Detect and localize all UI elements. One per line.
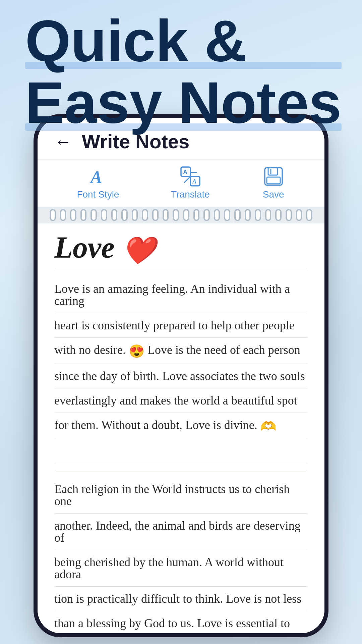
note-line: than a blessing by God to us. Love is es… <box>54 611 308 633</box>
svg-rect-5 <box>265 168 282 185</box>
note-paragraph1: Love is an amazing feeling. An individua… <box>54 277 308 463</box>
svg-rect-7 <box>267 177 280 184</box>
spiral-coil <box>142 209 148 221</box>
note-line: since the day of birth. Love associates … <box>54 364 308 388</box>
spiral-coil <box>80 209 87 221</box>
note-line: heart is consistently prepared to help o… <box>54 313 308 338</box>
save-icon <box>262 166 285 186</box>
note-line-empty <box>54 439 308 463</box>
hero-line1-text: Quick & <box>25 8 247 73</box>
emoji-smiling-hearts: 😍 <box>129 344 144 358</box>
spiral-coil <box>203 209 210 221</box>
spiral-coil <box>255 209 261 221</box>
section-divider <box>54 470 308 470</box>
spiral-coil <box>275 209 282 221</box>
spiral-coil <box>214 209 220 221</box>
spiral-coil <box>101 209 107 221</box>
spiral-coil <box>111 209 118 221</box>
note-title: Love ❤️ <box>54 230 308 270</box>
note-line: another. Indeed, the animal and birds ar… <box>54 514 308 550</box>
spiral-coil <box>183 209 189 221</box>
note-line: Love is an amazing feeling. An individua… <box>54 277 308 313</box>
spiral-coil <box>50 209 56 221</box>
spiral-coil <box>224 209 230 221</box>
note-content[interactable]: Love ❤️ Love is an amazing feeling. An i… <box>38 223 324 633</box>
translate-icon: A A <box>179 166 202 186</box>
notebook: Love ❤️ Love is an amazing feeling. An i… <box>38 207 324 633</box>
spiral-coil <box>173 209 179 221</box>
hero-line1: Quick & <box>25 10 342 72</box>
font-style-label: Font Style <box>77 189 119 200</box>
save-label: Save <box>263 189 284 200</box>
note-line: with no desire. 😍 Love is the need of ea… <box>54 338 308 364</box>
spiral-coil <box>306 209 312 221</box>
svg-text:A: A <box>89 168 102 186</box>
note-line: tion is practically difficult to think. … <box>54 587 308 611</box>
toolbar-font-style[interactable]: A Font Style <box>77 166 119 200</box>
spiral-coil <box>296 209 302 221</box>
svg-text:A: A <box>192 178 196 185</box>
note-line: being cherished by the human. A world wi… <box>54 550 308 587</box>
toolbar-translate[interactable]: A A Translate <box>171 166 210 200</box>
note-paragraph2: Each religion in the World instructs us … <box>54 477 308 633</box>
phone-mockup: ← Write Notes A Font Style A <box>34 114 328 637</box>
spiral-coil <box>132 209 138 221</box>
emoji-heart-hands: 🫶 <box>260 419 276 433</box>
toolbar: A Font Style A A Translate <box>38 160 324 207</box>
translate-label: Translate <box>171 189 210 200</box>
spiral-coil <box>163 209 169 221</box>
hero-line2: Easy Notes <box>25 72 342 133</box>
note-line: Each religion in the World instructs us … <box>54 477 308 514</box>
svg-rect-6 <box>268 168 278 175</box>
spiral-coil <box>90 209 97 221</box>
hero-title: Quick & Easy Notes <box>25 10 342 133</box>
note-line: everlastingly and makes the world a beau… <box>54 388 308 413</box>
spiral-coil <box>245 209 251 221</box>
spiral-coil <box>60 209 66 221</box>
svg-text:A: A <box>183 169 187 175</box>
note-line: for them. Without a doubt, Love is divin… <box>54 413 308 439</box>
phone-screen: ← Write Notes A Font Style A <box>38 118 324 633</box>
spiral-coil <box>265 209 272 221</box>
hero-line2-text: Easy Notes <box>25 70 342 135</box>
spiral-binding <box>38 207 324 223</box>
toolbar-save[interactable]: Save <box>262 166 285 200</box>
spiral-coil <box>193 209 200 221</box>
font-style-icon: A <box>86 166 110 186</box>
note-title-text: Love <box>54 231 115 264</box>
spiral-coil <box>234 209 241 221</box>
note-title-emoji: ❤️ <box>122 236 156 265</box>
spiral-coil <box>121 209 128 221</box>
spiral-coil <box>152 209 159 221</box>
spiral-coil <box>70 209 76 221</box>
spiral-coil <box>286 209 292 221</box>
